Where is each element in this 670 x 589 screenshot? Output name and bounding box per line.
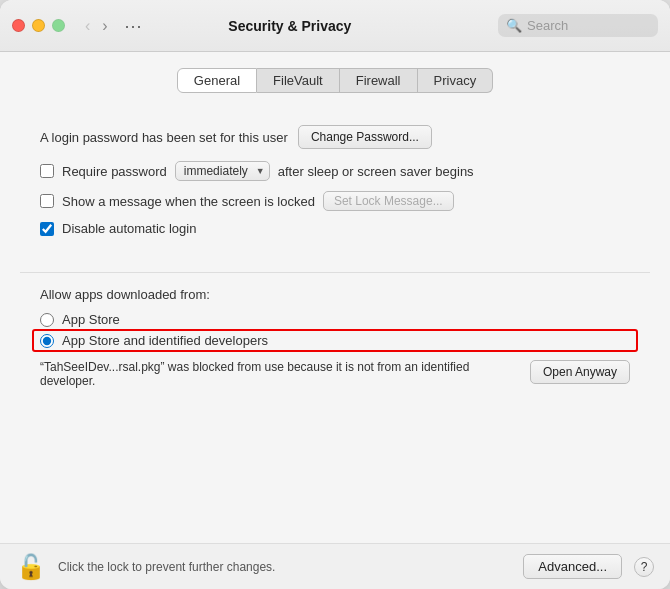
after-sleep-label: after sleep or screen saver begins	[278, 164, 474, 179]
blocked-row: “TahSeeIDev...rsal.pkg” was blocked from…	[40, 360, 630, 388]
app-store-developers-radio-row: App Store and identified developers	[40, 333, 630, 348]
search-icon: 🔍	[506, 18, 522, 33]
timing-dropdown-wrapper[interactable]: immediately ▼	[175, 161, 270, 181]
search-input[interactable]	[527, 18, 650, 33]
bottom-bar: 🔓 Click the lock to prevent further chan…	[0, 543, 670, 589]
lock-text: Click the lock to prevent further change…	[58, 560, 511, 574]
show-message-label: Show a message when the screen is locked	[62, 194, 315, 209]
close-button[interactable]	[12, 19, 25, 32]
tab-filevault[interactable]: FileVault	[257, 68, 340, 93]
section-divider	[20, 272, 650, 273]
titlebar: ‹ › ⋯ Security & Privacy 🔍	[0, 0, 670, 52]
tab-bar: General FileVault Firewall Privacy	[20, 68, 650, 93]
lock-icon[interactable]: 🔓	[16, 555, 46, 579]
tab-privacy[interactable]: Privacy	[418, 68, 494, 93]
change-password-button[interactable]: Change Password...	[298, 125, 432, 149]
allow-apps-label: Allow apps downloaded from:	[40, 287, 630, 302]
radio-group: App Store App Store and identified devel…	[40, 312, 630, 348]
require-password-checkbox[interactable]	[40, 164, 54, 178]
password-row: A login password has been set for this u…	[40, 125, 630, 149]
disable-autologin-label: Disable automatic login	[62, 221, 196, 236]
window-title: Security & Privacy	[90, 18, 490, 34]
app-store-label: App Store	[62, 312, 120, 327]
traffic-lights	[12, 19, 65, 32]
help-button[interactable]: ?	[634, 557, 654, 577]
upper-section: A login password has been set for this u…	[20, 113, 650, 262]
set-lock-message-button[interactable]: Set Lock Message...	[323, 191, 454, 211]
back-button[interactable]: ‹	[81, 16, 94, 36]
lower-section: Allow apps downloaded from: App Store Ap…	[20, 287, 650, 527]
disable-autologin-row: Disable automatic login	[40, 221, 630, 236]
open-anyway-button[interactable]: Open Anyway	[530, 360, 630, 384]
show-message-checkbox[interactable]	[40, 194, 54, 208]
content: General FileVault Firewall Privacy A log…	[0, 52, 670, 543]
timing-dropdown[interactable]: immediately	[175, 161, 270, 181]
search-box[interactable]: 🔍	[498, 14, 658, 37]
password-label: A login password has been set for this u…	[40, 130, 288, 145]
minimize-button[interactable]	[32, 19, 45, 32]
show-message-row: Show a message when the screen is locked…	[40, 191, 630, 211]
window: ‹ › ⋯ Security & Privacy 🔍 General FileV…	[0, 0, 670, 589]
require-password-label: Require password	[62, 164, 167, 179]
app-store-radio-row: App Store	[40, 312, 630, 327]
app-store-radio[interactable]	[40, 313, 54, 327]
blocked-text: “TahSeeIDev...rsal.pkg” was blocked from…	[40, 360, 518, 388]
tab-firewall[interactable]: Firewall	[340, 68, 418, 93]
maximize-button[interactable]	[52, 19, 65, 32]
advanced-button[interactable]: Advanced...	[523, 554, 622, 579]
app-store-developers-label: App Store and identified developers	[62, 333, 268, 348]
require-password-row: Require password immediately ▼ after sle…	[40, 161, 630, 181]
app-store-developers-radio[interactable]	[40, 334, 54, 348]
disable-autologin-checkbox[interactable]	[40, 222, 54, 236]
tab-general[interactable]: General	[177, 68, 257, 93]
